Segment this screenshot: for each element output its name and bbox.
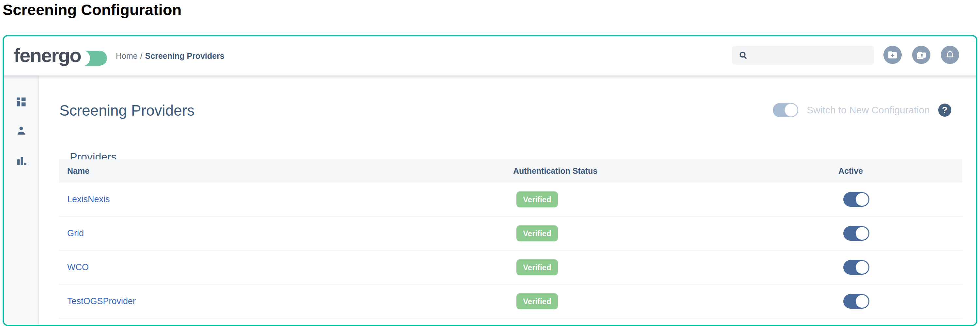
notifications-bell-icon [945, 50, 955, 60]
help-question-icon[interactable]: ? [938, 104, 951, 117]
folder-upload-icon [916, 50, 926, 60]
breadcrumb-home-link[interactable]: Home [116, 51, 138, 61]
table-row: WCO Verified [59, 251, 963, 284]
active-toggle-grid[interactable] [843, 226, 869, 241]
column-header-name: Name [59, 166, 513, 176]
table-row: LexisNexis Verified [59, 182, 963, 217]
new-configuration-toggle-row: Switch to New Configuration ? [773, 103, 951, 117]
main-content: Screening Providers Switch to New Config… [39, 75, 977, 325]
bar-chart-icon [15, 155, 27, 166]
provider-link-testogsprovider[interactable]: TestOGSProvider [67, 296, 136, 306]
table-row: Grid Verified [59, 217, 963, 251]
toggle-knob [784, 104, 798, 117]
fenergo-logo[interactable]: fenergo [14, 43, 111, 70]
provider-link-grid[interactable]: Grid [67, 229, 84, 238]
switch-to-new-configuration-label: Switch to New Configuration [807, 104, 930, 116]
sidebar-item-users[interactable] [15, 125, 27, 137]
folder-upload-button[interactable] [912, 46, 931, 64]
search-input[interactable] [752, 50, 870, 61]
sidebar-item-dashboard[interactable] [15, 96, 27, 108]
column-header-authentication-status: Authentication Status [513, 166, 838, 176]
breadcrumb-current: Screening Providers [145, 51, 224, 61]
column-header-active: Active [838, 166, 963, 176]
screen-heading: Screening Providers [59, 102, 194, 119]
providers-table-header: Name Authentication Status Active [59, 160, 963, 182]
folder-add-button[interactable] [883, 46, 902, 64]
breadcrumb-separator: / [140, 51, 143, 61]
user-icon [15, 125, 27, 137]
status-badge: Verified [516, 225, 558, 241]
status-badge: Verified [516, 293, 558, 309]
status-badge: Verified [516, 259, 558, 275]
breadcrumb: Home / Screening Providers [116, 36, 224, 75]
global-search[interactable] [732, 46, 874, 65]
folder-add-icon [887, 50, 898, 60]
logo-text: fenergo [14, 45, 81, 66]
dashboard-icon [15, 96, 27, 108]
sidebar [4, 75, 38, 325]
app-header: fenergo Home / Screening Providers [4, 36, 976, 75]
providers-table: Name Authentication Status Active LexisN… [59, 160, 963, 318]
toggle-knob [856, 261, 869, 274]
table-row: TestOGSProvider Verified [59, 284, 963, 318]
toggle-knob [856, 193, 869, 206]
toggle-knob [856, 295, 869, 308]
active-toggle-wco[interactable] [843, 260, 869, 275]
toggle-knob [856, 227, 869, 240]
search-icon [738, 51, 748, 60]
page-title: Screening Configuration [3, 1, 181, 19]
status-badge: Verified [516, 192, 558, 208]
provider-link-lexisnexis[interactable]: LexisNexis [67, 194, 110, 204]
active-toggle-lexisnexis[interactable] [843, 192, 869, 207]
switch-to-new-configuration-toggle[interactable] [773, 103, 798, 117]
app-window: fenergo Home / Screening Providers [3, 35, 977, 326]
sidebar-item-reports[interactable] [15, 155, 27, 167]
active-toggle-testogsprovider[interactable] [843, 294, 869, 309]
header-shadow [4, 75, 976, 79]
notifications-button[interactable] [941, 46, 959, 64]
provider-link-wco[interactable]: WCO [67, 262, 89, 272]
